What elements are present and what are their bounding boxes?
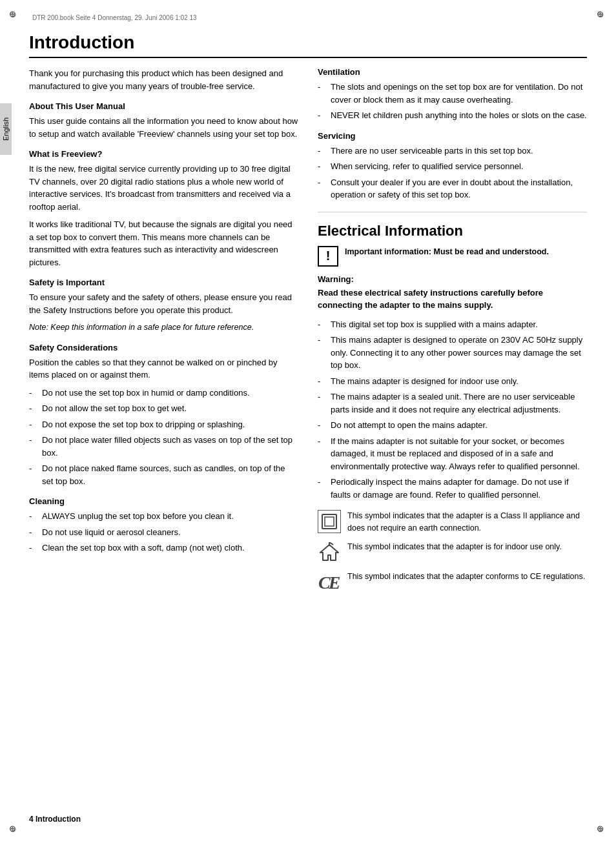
bullet-text: Do not use the set top box in humid or d… — [42, 387, 250, 400]
list-item: - Periodically inspect the mains adapter… — [318, 476, 587, 501]
servicing-heading: Servicing — [318, 131, 587, 141]
safety-considerations-heading: Safety Considerations — [29, 343, 298, 352]
bullet-text: The slots and openings on the set top bo… — [331, 81, 587, 106]
warning-important-text: Important information: Must be read and … — [345, 246, 549, 258]
cleaning-heading: Cleaning — [29, 496, 298, 506]
about-heading: About This User Manual — [29, 101, 298, 111]
about-paragraph: This user guide contains all the informa… — [29, 115, 298, 140]
corner-mark-bl: ⊕ — [9, 824, 19, 834]
ventilation-heading: Ventilation — [318, 67, 587, 77]
list-item: - Do not expose the set top box to dripp… — [29, 418, 298, 431]
symbol-class2: This symbol indicates that the adapter i… — [318, 510, 587, 534]
bullet-text: When servicing, refer to qualified servi… — [331, 160, 523, 173]
dash-icon: - — [318, 476, 328, 501]
bullet-text: Do not attempt to open the mains adapter… — [331, 419, 488, 432]
electrical-heading: Electrical Information — [318, 223, 587, 239]
bullet-text: Do not place naked flame sources, such a… — [42, 462, 298, 487]
page-header-meta: DTR 200.book Seite 4 Donnerstag, 29. Jun… — [32, 14, 197, 21]
list-item: - Do not attempt to open the mains adapt… — [318, 419, 587, 432]
list-item: - If the mains adapter is not suitable f… — [318, 435, 587, 473]
warning-heading: Warning: — [318, 274, 587, 284]
symbols-section: This symbol indicates that the adapter i… — [318, 510, 587, 594]
list-item: - NEVER let children push anything into … — [318, 109, 587, 122]
symbol-indoor: This symbol indicates that the adapter i… — [318, 541, 587, 564]
dash-icon: - — [29, 526, 39, 539]
dash-icon: - — [318, 318, 328, 331]
dash-icon: - — [29, 402, 39, 415]
dash-icon: - — [29, 542, 39, 554]
safety-paragraph: To ensure your safety and the safety of … — [29, 291, 298, 316]
dash-icon: - — [318, 435, 328, 473]
dash-icon: - — [318, 145, 328, 157]
list-item: - Do not use liquid or aerosol cleaners. — [29, 526, 298, 539]
dash-icon: - — [318, 160, 328, 173]
list-item: - Do not place naked flame sources, such… — [29, 462, 298, 487]
svg-text:CE: CE — [318, 573, 340, 591]
list-item: - There are no user serviceable parts in… — [318, 145, 587, 157]
intro-paragraph: Thank you for purchasing this product wh… — [29, 67, 298, 92]
list-item: - Do not place water filled objects such… — [29, 434, 298, 459]
bullet-text: ALWAYS unplug the set top box before you… — [42, 510, 234, 523]
safety-considerations-paragraph: Position the cables so that they cannot … — [29, 356, 298, 381]
list-item: - The slots and openings on the set top … — [318, 81, 587, 106]
dash-icon: - — [318, 334, 328, 372]
corner-mark-tr: ⊕ — [597, 9, 607, 19]
bullet-text: Clean the set top box with a soft, damp … — [42, 542, 245, 554]
dash-icon: - — [318, 176, 328, 201]
freeview-paragraph-2: It works like traditional TV, but becaus… — [29, 218, 298, 269]
list-item: - Do not allow the set top box to get we… — [29, 402, 298, 415]
dash-icon: - — [318, 419, 328, 432]
svg-rect-1 — [325, 517, 334, 526]
dash-icon: - — [29, 462, 39, 487]
list-item: - The mains adapter is a sealed unit. Th… — [318, 391, 587, 416]
dash-icon: - — [318, 109, 328, 122]
warning-icon: ! — [318, 246, 338, 267]
bullet-text: Do not place water filled objects such a… — [42, 434, 298, 459]
symbol-indoor-text: This symbol indicates that the adapter i… — [347, 541, 562, 553]
page-title: Introduction — [29, 32, 587, 58]
two-column-layout: Thank you for purchasing this product wh… — [29, 67, 587, 600]
bullet-text: The mains adapter is a sealed unit. Ther… — [331, 391, 587, 416]
bullet-text: This digital set top box is supplied wit… — [331, 318, 538, 331]
corner-mark-br: ⊕ — [597, 824, 607, 834]
svg-marker-2 — [320, 545, 338, 560]
dash-icon: - — [29, 387, 39, 400]
right-column: Ventilation - The slots and openings on … — [318, 67, 587, 600]
bullet-text: If the mains adapter is not suitable for… — [331, 435, 587, 473]
list-item: - Consult your dealer if you are ever in… — [318, 176, 587, 201]
corner-mark-tl: ⊕ — [9, 9, 19, 19]
class2-icon — [318, 510, 341, 533]
list-item: - Clean the set top box with a soft, dam… — [29, 542, 298, 554]
bullet-text: Consult your dealer if you are ever in d… — [331, 176, 587, 201]
bullet-text: Periodically inspect the mains adapter f… — [331, 476, 587, 501]
dash-icon: - — [318, 81, 328, 106]
bullet-text: The mains adapter is designed for indoor… — [331, 375, 518, 388]
dash-icon: - — [29, 510, 39, 523]
note-text: Note: Keep this information in a safe pl… — [29, 321, 298, 334]
list-item: - Do not use the set top box in humid or… — [29, 387, 298, 400]
dash-icon: - — [29, 418, 39, 431]
warning-block: ! Important information: Must be read an… — [318, 246, 587, 267]
page-footer: 4 Introduction — [29, 815, 81, 824]
symbol-ce-text: This symbol indicates that the adapter c… — [347, 571, 585, 583]
ce-icon: CE — [318, 571, 341, 594]
bullet-text: Do not use liquid or aerosol cleaners. — [42, 526, 181, 539]
freeview-paragraph-1: It is the new, free digital service curr… — [29, 163, 298, 213]
dash-icon: - — [318, 391, 328, 416]
list-item: - ALWAYS unplug the set top box before y… — [29, 510, 298, 523]
symbol-class2-text: This symbol indicates that the adapter i… — [347, 510, 587, 534]
bullet-text: Do not allow the set top box to get wet. — [42, 402, 187, 415]
symbol-ce: CE This symbol indicates that the adapte… — [318, 571, 587, 594]
bullet-text: This mains adapter is designed to operat… — [331, 334, 587, 372]
bullet-text: There are no user serviceable parts in t… — [331, 145, 533, 157]
bullet-text: Do not expose the set top box to drippin… — [42, 418, 245, 431]
list-item: - This digital set top box is supplied w… — [318, 318, 587, 331]
section-divider — [318, 212, 587, 212]
language-tab: English — [0, 103, 12, 155]
list-item: - The mains adapter is designed for indo… — [318, 375, 587, 388]
warning-text: Read these electrical safety instruction… — [318, 287, 587, 312]
footer-text: 4 Introduction — [29, 815, 81, 824]
bullet-text: NEVER let children push anything into th… — [331, 109, 587, 122]
dash-icon: - — [29, 434, 39, 459]
left-column: Thank you for purchasing this product wh… — [29, 67, 298, 600]
